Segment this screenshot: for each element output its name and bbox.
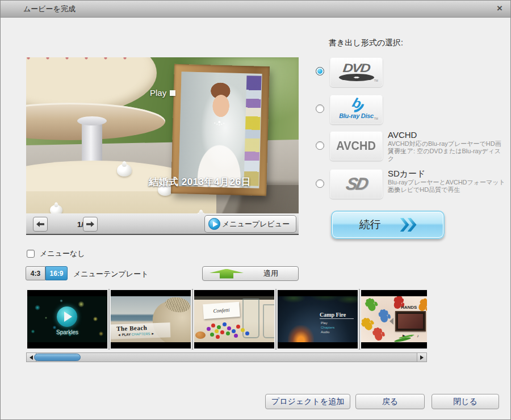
back-button[interactable]: 戻る (355, 394, 425, 409)
menu-caption: 結婚式 2013年4月26日 (149, 175, 251, 188)
template-strip: Sparkles The Beach ◄ PLAY CHAPTERS ► Con… (26, 289, 427, 350)
menu-preview-button-label: メニュープレビュー (222, 219, 290, 229)
continue-button-label: 続行 (359, 217, 381, 232)
confetti-dots (211, 324, 215, 327)
handprint (380, 313, 389, 323)
confetti-cork (195, 331, 206, 339)
confetti-card: Confetti (203, 302, 240, 319)
bluray-swoosh-icon: b (347, 99, 366, 111)
menu-preview-image: Play 結婚式 2013年4月26日 (26, 57, 299, 213)
handprint (374, 331, 383, 342)
menu-preview-button[interactable]: メニュープレビュー (204, 215, 296, 233)
campfire-menu-audio: Audio (321, 330, 334, 334)
sdcard-title: SDカード (388, 169, 426, 179)
hands-thumbnail: HANDS ▶ ≡ ♪ (361, 296, 427, 342)
aspect-4-3-button[interactable]: 4:3 (26, 266, 45, 280)
bluray-logo: Blu-ray Disc (339, 112, 374, 119)
template-hands[interactable]: HANDS ▶ ≡ ♪ (360, 289, 427, 350)
menu-play-label: Play (150, 88, 166, 98)
apply-up-arrow-icon (210, 269, 244, 279)
sdcard-logo: SD (344, 174, 368, 194)
play-icon (208, 218, 220, 230)
campfire-menu: Play Chapters Audio (321, 321, 334, 334)
handprint (366, 301, 377, 312)
beach-thumbnail: The Beach ◄ PLAY CHAPTERS ► (111, 296, 191, 342)
hands-left-arrow-icon (389, 318, 393, 325)
previous-page-button[interactable] (33, 217, 48, 232)
titlebar: ムービーを完成 × (1, 1, 510, 18)
finish-movie-dialog: ムービーを完成 × Play 結婚式 2013年4月26日 (0, 0, 511, 420)
export-heading: 書き出し形式の選択: (329, 38, 403, 48)
dvd-disc-icon (339, 74, 374, 81)
handprint (363, 320, 374, 332)
confetti-thumbnail: Confetti (194, 296, 274, 342)
triangle-left-icon (30, 355, 33, 360)
arrow-left-icon (36, 221, 44, 227)
radio-sdcard[interactable] (316, 179, 324, 188)
scroll-right-button[interactable] (417, 353, 426, 362)
bluray-tm: TM (374, 117, 378, 120)
meringue (117, 164, 132, 177)
radio-bluray[interactable] (316, 104, 324, 113)
hands-title: HANDS (401, 305, 417, 310)
campfire-menu-chapters: Chapters (321, 325, 334, 330)
add-project-button[interactable]: プロジェクトを追加 (265, 394, 350, 409)
template-toolbar: 4:3 16:9 メニューテンプレート 適用 (26, 266, 299, 282)
radio-dvd[interactable] (316, 67, 324, 75)
template-sparkles[interactable]: Sparkles (26, 289, 108, 350)
avchd-desc-2: メディア: 空のDVDまたはBlu-rayディスク (388, 148, 507, 162)
beach-play-label: PLAY (122, 333, 131, 337)
triangle-right-icon (420, 355, 424, 360)
aspect-16-9-button[interactable]: 16:9 (45, 266, 68, 280)
bluray-logo-card[interactable]: b Blu-ray Disc TM (330, 95, 383, 124)
beach-chapters-label: CHAPTERS (132, 332, 150, 336)
template-beach[interactable]: The Beach ◄ PLAY CHAPTERS ► (110, 289, 192, 350)
dialog-title: ムービーを完成 (23, 4, 76, 14)
no-menu-label: メニューなし (40, 249, 85, 259)
close-icon[interactable]: × (497, 3, 502, 13)
next-page-button[interactable] (83, 217, 98, 232)
meringue (50, 205, 62, 213)
chevron-right-icon (400, 218, 409, 232)
campfire-fire (288, 325, 314, 342)
confetti-glass (242, 299, 259, 338)
beach-title: The Beach (116, 324, 148, 332)
bride-photo (178, 72, 262, 188)
sparkles-title: Sparkles (27, 329, 107, 335)
scrollbar-thumb[interactable] (34, 354, 81, 361)
sdcard-desc-2: のテレビでHD品質で再生 (388, 186, 507, 194)
template-campfire[interactable]: Camp Fire Play Chapters Audio (277, 289, 359, 350)
menu-play-marker (170, 90, 175, 96)
sparkles-play-icon (57, 306, 77, 327)
no-menu-row: メニューなし (27, 249, 85, 259)
avchd-logo: AVCHD (337, 138, 376, 153)
campfire-thumbnail: Camp Fire Play Chapters Audio (278, 296, 358, 342)
template-scrollbar[interactable] (26, 352, 427, 362)
template-confetti[interactable]: Confetti (193, 289, 275, 350)
dvd-logo: DVD (342, 63, 370, 73)
stained-glass (244, 75, 261, 186)
necklace (218, 121, 220, 123)
campfire-menu-play: Play (321, 321, 334, 325)
close-button[interactable]: 閉じる (432, 394, 499, 409)
sparkles-thumbnail: Sparkles (27, 296, 107, 342)
confetti-glass (263, 304, 274, 338)
apply-button[interactable]: 適用 (202, 266, 299, 281)
avchd-logo-card[interactable]: AVCHD (330, 131, 383, 161)
radio-avchd[interactable] (316, 141, 324, 150)
avchd-title: AVCHD (388, 130, 417, 140)
dvd-logo-card[interactable]: DVD TM (330, 57, 383, 87)
preview-navbar: 1/1 メニュープレビュー (26, 213, 299, 235)
no-menu-checkbox[interactable] (27, 250, 35, 258)
dvd-tm: TM (374, 79, 378, 82)
apply-button-label: 適用 (254, 268, 288, 279)
arrow-right-icon (86, 221, 94, 227)
campfire-title: Camp Fire (320, 312, 354, 319)
sdcard-logo-card[interactable]: SD (330, 169, 383, 199)
hands-mini-frame (395, 311, 426, 331)
template-label: メニューテンプレート (73, 269, 148, 279)
continue-button[interactable]: 続行 (331, 211, 445, 239)
